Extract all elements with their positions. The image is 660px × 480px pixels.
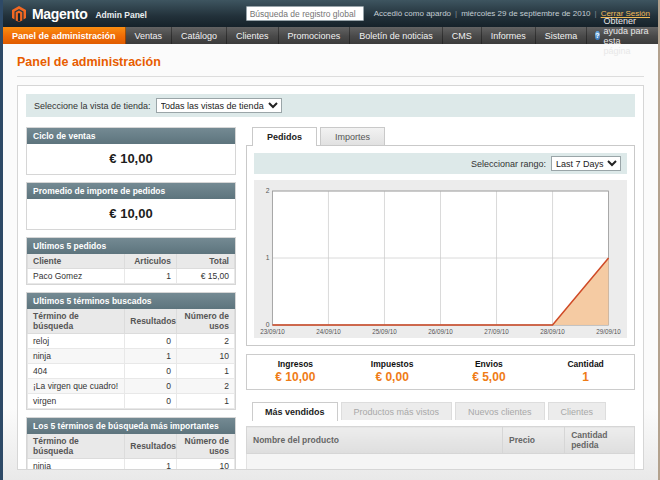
store-switcher: Seleccione la vista de tienda: Todas las… [26,94,635,117]
nav-item[interactable]: Promociones [279,27,351,44]
column-header: Número de usos [177,309,235,334]
bottom-tab[interactable]: Productos más vistos [341,402,453,420]
top-header: Magento Admin Panel Accedió como apardo … [3,0,658,27]
table-cell: 1 [125,349,177,364]
totals-row: Ingresos€ 10,00Impuestos€ 0,00Envios€ 5,… [246,354,635,390]
svg-text:27/09/10: 27/09/10 [484,328,509,335]
last-orders-box: Ultimos 5 pedidos ClienteArticulosTotalP… [26,237,236,285]
range-select[interactable]: Last 7 Days [551,156,621,171]
title-divider [17,76,644,77]
magento-logo-icon [11,6,27,22]
empty-message: No se encontraron registros. [247,454,635,471]
stat-value: € 0,00 [344,370,441,384]
dashboard-main: PedidosImportes Seleccionar rango: Last … [246,127,635,470]
sales-cycle-box: Ciclo de ventas € 10,00 [26,127,236,175]
chart-tabs: PedidosImportes [246,127,635,145]
stats-sidebar: Ciclo de ventas € 10,00 Promedio de impo… [26,127,236,470]
svg-text:26/09/10: 26/09/10 [428,328,453,335]
table-cell: 0 [125,364,177,379]
table-row: virgen01 [28,394,235,409]
last-search-table: Término de búsquedaResultadosNúmero de u… [27,309,235,409]
column-header: Resultados [125,434,177,459]
table-cell: 0 [125,334,177,349]
bottom-tab[interactable]: Nuevos clientes [455,402,545,420]
range-label: Seleccionar rango: [471,159,546,169]
nav-item[interactable]: Sistema [536,27,588,44]
magento-logo: Magento Admin Panel [11,6,147,22]
nav-items: Panel de administraciónVentasCatálogoCli… [3,27,587,44]
products-table: Nombre del producto Precio Cantidad pedi… [246,426,635,470]
column-header: Precio [503,427,565,454]
column-header: Nombre del producto [247,427,503,454]
store-view-select[interactable]: Todas las vistas de tienda [156,98,282,113]
empty-row: No se encontraron registros. [247,454,635,471]
avg-order-box: Promedio de importe de pedidos € 10,00 [26,182,236,230]
stat-label: Impuestos [344,359,441,369]
table-cell: reloj [28,334,125,349]
table-row: 40401 [28,364,235,379]
tab-importes[interactable]: Importes [320,127,385,145]
global-search-input[interactable] [246,6,364,21]
tab-pedidos[interactable]: Pedidos [252,127,317,146]
nav-item[interactable]: Ventas [126,27,173,44]
separator: | [595,9,597,18]
stat-cantidad: Cantidad1 [537,355,634,389]
table-row: ninja110 [28,459,235,471]
dashboard-container: Seleccione la vista de tienda: Todas las… [17,85,644,470]
table-cell: 1 [177,394,235,409]
svg-text:23/09/10: 23/09/10 [260,328,285,335]
logo-subtitle: Admin Panel [95,10,146,20]
nav-item[interactable]: Informes [482,27,536,44]
column-header: Articulos [125,254,177,269]
table-cell: virgen [28,394,125,409]
nav-item[interactable]: CMS [443,27,482,44]
bottom-tab[interactable]: Clientes [548,402,607,420]
nav-item[interactable]: Catálogo [172,27,227,44]
help-link[interactable]: ? Obtener ayuda para esta página [587,27,658,44]
svg-text:25/09/10: 25/09/10 [372,328,397,335]
stat-ingresos: Ingresos€ 10,00 [247,355,344,389]
table-cell: 404 [28,364,125,379]
avg-order-value: € 10,00 [27,199,235,229]
box-header: Los 5 términos de búsqueda más important… [27,418,235,434]
table-cell: 1 [125,459,177,471]
bottom-tabs: Más vendidosProductos más vistosNuevos c… [246,402,635,420]
nav-item[interactable]: Boletín de noticias [350,27,443,44]
stat-label: Cantidad [537,359,634,369]
nav-item[interactable]: Panel de administración [3,27,126,44]
logo-text: Magento [32,6,87,22]
table-cell: 10 [177,459,235,471]
orders-chart: 01223/09/1024/09/1025/09/1026/09/1027/09… [254,180,627,338]
table-row: ¡La virgen que cuadro!02 [28,379,235,394]
nav-item[interactable]: Clientes [227,27,279,44]
column-header: Término de búsqueda [28,309,125,334]
separator: | [455,9,457,18]
range-bar: Seleccionar rango: Last 7 Days [254,153,627,174]
table-row: ninja110 [28,349,235,364]
stat-envios: Envios€ 5,00 [441,355,538,389]
top-search-table: Término de búsquedaResultadosNúmero de u… [27,434,235,470]
box-header: Ciclo de ventas [27,128,235,144]
stat-label: Ingresos [247,359,344,369]
column-header: Cliente [28,254,125,269]
box-header: Ultimos 5 términos buscados [27,293,235,309]
bottom-tab[interactable]: Más vendidos [252,402,338,421]
box-header: Promedio de importe de pedidos [27,183,235,199]
table-cell: 0 [125,394,177,409]
table-cell: ¡La virgen que cuadro! [28,379,125,394]
table-cell: 1 [125,269,177,284]
table-row: Paco Gomez1€ 15,00 [28,269,235,284]
table-cell: ninja [28,349,125,364]
orders-area-chart: 01223/09/1024/09/1025/09/1026/09/1027/09… [257,185,624,337]
table-cell: 1 [177,364,235,379]
table-cell: Paco Gomez [28,269,125,284]
sales-cycle-value: € 10,00 [27,144,235,174]
dashboard-columns: Ciclo de ventas € 10,00 Promedio de impo… [26,127,635,470]
store-switcher-label: Seleccione la vista de tienda: [34,101,151,111]
help-icon: ? [595,31,599,40]
logged-in-as: Accedió como apardo [374,9,451,18]
table-cell: 0 [125,379,177,394]
svg-text:1: 1 [266,254,270,261]
column-header: Total [177,254,235,269]
page-title: Panel de administración [17,55,644,69]
